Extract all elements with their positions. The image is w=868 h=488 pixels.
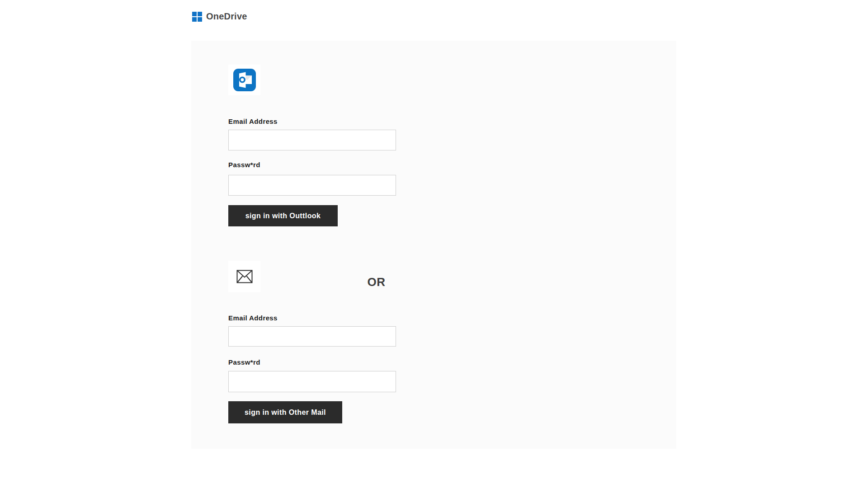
login-panel: Email Address Passw*rd sign in with Outt… [191, 41, 676, 449]
other-mail-signin-button[interactable]: sign in with Other Mail [228, 401, 342, 423]
microsoft-squares-icon [192, 12, 202, 22]
outlook-password-label: Passw*rd [228, 161, 260, 169]
or-divider-text: OR [228, 275, 524, 289]
outlook-email-input[interactable] [228, 130, 396, 150]
outlook-icon [233, 69, 256, 91]
outlook-signin-button[interactable]: sign in with Outtlook [228, 205, 338, 226]
onedrive-logo[interactable]: OneDrive [192, 11, 247, 22]
other-mail-password-input[interactable] [228, 371, 396, 392]
onedrive-logo-text: OneDrive [206, 11, 247, 22]
other-mail-icon-card [228, 261, 260, 292]
other-mail-password-label: Passw*rd [228, 358, 260, 366]
outlook-email-label: Email Address [228, 117, 278, 126]
other-mail-email-label: Email Address [228, 314, 278, 322]
outlook-icon-card [228, 65, 260, 95]
other-mail-email-input[interactable] [228, 326, 396, 347]
envelope-icon [236, 270, 253, 283]
outlook-password-input[interactable] [228, 175, 396, 196]
